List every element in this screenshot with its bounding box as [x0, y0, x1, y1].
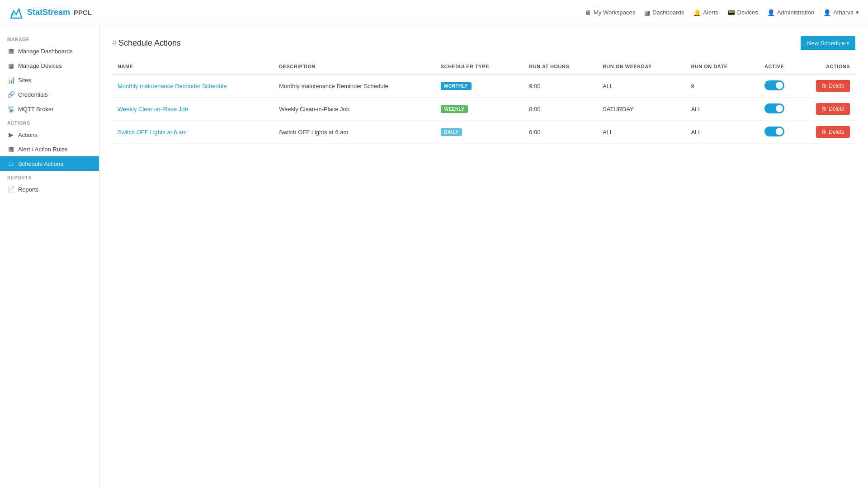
new-schedule-button[interactable]: New Schedule ▾ — [801, 36, 855, 50]
active-toggle-1[interactable] — [764, 103, 784, 113]
cell-actions-1: 🗑 Delete — [811, 98, 855, 121]
active-toggle-2[interactable] — [764, 127, 784, 136]
new-schedule-dropdown-icon: ▾ — [847, 41, 849, 46]
administration-icon: 👤 — [767, 9, 775, 16]
sidebar-item-manage-devices[interactable]: ▦ Manage Devices — [0, 58, 99, 73]
workspaces-icon: 🖥 — [585, 9, 591, 16]
sidebar-item-schedule-actions[interactable]: □ Schedule Actions — [0, 156, 99, 171]
reports-icon: 📄 — [7, 186, 14, 193]
topnav: StatStream PPCL 🖥 My Workspaces ▦ Dashbo… — [0, 0, 868, 25]
cell-active-1 — [759, 98, 811, 121]
sidebar-label-reports: Reports — [18, 186, 39, 193]
new-schedule-label: New Schedule — [807, 40, 845, 47]
delete-button-2[interactable]: 🗑 Delete — [816, 126, 850, 138]
nav-workspaces-label: My Workspaces — [594, 9, 635, 16]
cell-active-0 — [759, 74, 811, 98]
delete-icon-0: 🗑 — [821, 83, 827, 89]
cell-weekday-2: ALL — [597, 121, 686, 144]
sidebar-reports-label: REPORTS — [0, 171, 99, 182]
col-header-run-on-date: RUN ON DATE — [685, 59, 759, 74]
col-header-description: DESCRIPTION — [274, 59, 435, 74]
cell-type-2: DAILY — [435, 121, 524, 144]
schedule-table-container: NAME DESCRIPTION SCHEDULER TYPE RUN AT H… — [112, 59, 855, 144]
sidebar-label-manage-dashboards: Manage Dashboards — [18, 48, 73, 55]
col-header-run-on-weekday: RUN ON WEEKDAY — [597, 59, 686, 74]
delete-button-0[interactable]: 🗑 Delete — [816, 80, 850, 92]
layout: MANAGE ▦ Manage Dashboards ▦ Manage Devi… — [0, 25, 868, 488]
sidebar-label-credentials: Credentials — [18, 91, 48, 98]
col-header-name: NAME — [112, 59, 274, 74]
mqtt-icon: 📡 — [7, 105, 14, 113]
cell-date-2: ALL — [685, 121, 759, 144]
cell-hours-0: 9:00 — [524, 74, 597, 98]
nav-user[interactable]: 👤 Atharva ▾ — [823, 9, 859, 16]
nav-administration-label: Administration — [777, 9, 814, 16]
alerts-icon: 🔔 — [693, 9, 701, 16]
cell-active-2 — [759, 121, 811, 144]
nav-alerts-label: Alerts — [703, 9, 718, 16]
sidebar-label-mqtt: MQTT Broker — [18, 106, 54, 113]
col-header-actions: ACTIONS — [811, 59, 855, 74]
table-row: Switch OFF Lights at 6 am Switch OFF Lig… — [112, 121, 855, 144]
schedule-table: NAME DESCRIPTION SCHEDULER TYPE RUN AT H… — [112, 59, 855, 144]
schedule-link-0[interactable]: Monthly maintenance Reminder Schedule — [118, 83, 226, 89]
brand: StatStream PPCL — [9, 5, 92, 20]
devices-icon: 📟 — [727, 9, 735, 16]
nav-devices[interactable]: 📟 Devices — [727, 9, 758, 16]
delete-label-2: Delete — [829, 129, 844, 135]
table-body: Monthly maintenance Reminder Schedule Mo… — [112, 74, 855, 144]
logo-icon — [9, 5, 24, 20]
schedule-link-2[interactable]: Switch OFF Lights at 6 am — [118, 129, 187, 136]
delete-icon-2: 🗑 — [821, 129, 827, 135]
sidebar-item-credentials[interactable]: 🔗 Credentials — [0, 87, 99, 102]
sidebar-label-manage-devices: Manage Devices — [18, 62, 62, 69]
nav-user-label: Atharva — [833, 9, 854, 16]
sidebar: MANAGE ▦ Manage Dashboards ▦ Manage Devi… — [0, 25, 99, 488]
cell-type-1: WEEKLY — [435, 98, 524, 121]
cell-actions-0: 🗑 Delete — [811, 74, 855, 98]
brand-name: StatStream — [27, 8, 70, 17]
table-row: Weekly Clean-in-Place Job Weekly Clean-i… — [112, 98, 855, 121]
sidebar-item-alert-action-rules[interactable]: ▦ Alert / Action Rules — [0, 142, 99, 156]
schedule-icon: □ — [7, 160, 14, 167]
brand-client: PPCL — [74, 9, 92, 16]
page-title: #Schedule Actions — [112, 38, 181, 48]
user-icon: 👤 — [823, 9, 831, 16]
sidebar-item-sites[interactable]: 📊 Sites — [0, 73, 99, 87]
manage-dashboards-icon: ▦ — [7, 47, 14, 55]
main-content: #Schedule Actions New Schedule ▾ NAME DE… — [99, 25, 868, 488]
nav-my-workspaces[interactable]: 🖥 My Workspaces — [585, 9, 635, 16]
scheduler-type-badge-2: DAILY — [441, 128, 462, 136]
delete-button-1[interactable]: 🗑 Delete — [816, 103, 850, 115]
cell-desc-2: Switch OFF Lights at 6 am — [274, 121, 435, 144]
delete-label-0: Delete — [829, 83, 844, 89]
nav-alerts[interactable]: 🔔 Alerts — [693, 9, 718, 16]
sidebar-item-reports[interactable]: 📄 Reports — [0, 182, 99, 197]
user-dropdown-icon: ▾ — [856, 9, 859, 16]
scheduler-type-badge-0: MONTHLY — [441, 82, 472, 90]
cell-weekday-1: SATURDAY — [597, 98, 686, 121]
scheduler-type-badge-1: WEEKLY — [441, 105, 468, 113]
table-row: Monthly maintenance Reminder Schedule Mo… — [112, 74, 855, 98]
sidebar-item-actions[interactable]: ▶ Actions — [0, 127, 99, 142]
nav-dashboards[interactable]: ▦ Dashboards — [644, 9, 684, 16]
sidebar-item-manage-dashboards[interactable]: ▦ Manage Dashboards — [0, 44, 99, 58]
actions-icon: ▶ — [7, 131, 14, 138]
schedule-link-1[interactable]: Weekly Clean-in-Place Job — [118, 106, 188, 113]
cell-type-0: MONTHLY — [435, 74, 524, 98]
sidebar-manage-label: MANAGE — [0, 33, 99, 44]
sidebar-label-schedule-actions: Schedule Actions — [18, 160, 63, 167]
active-toggle-0[interactable] — [764, 80, 784, 90]
sites-icon: 📊 — [7, 76, 14, 84]
col-header-scheduler-type: SCHEDULER TYPE — [435, 59, 524, 74]
sidebar-item-mqtt-broker[interactable]: 📡 MQTT Broker — [0, 102, 99, 116]
cell-weekday-0: ALL — [597, 74, 686, 98]
table-header: NAME DESCRIPTION SCHEDULER TYPE RUN AT H… — [112, 59, 855, 74]
delete-icon-1: 🗑 — [821, 106, 827, 112]
topnav-right: 🖥 My Workspaces ▦ Dashboards 🔔 Alerts 📟 … — [585, 9, 859, 16]
cell-name-1: Weekly Clean-in-Place Job — [112, 98, 274, 121]
nav-devices-label: Devices — [737, 9, 758, 16]
alert-rules-icon: ▦ — [7, 145, 14, 153]
nav-administration[interactable]: 👤 Administration — [767, 9, 814, 16]
cell-actions-2: 🗑 Delete — [811, 121, 855, 144]
